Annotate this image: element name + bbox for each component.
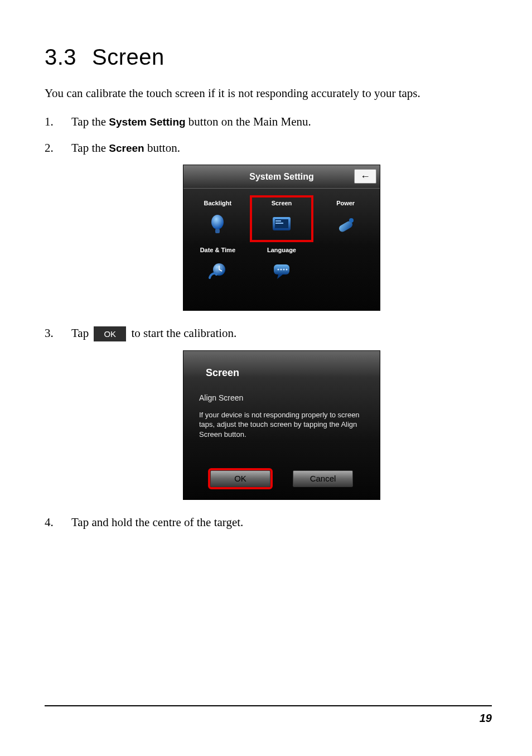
dlg-body: Align Screen If your device is not respo… <box>183 387 380 439</box>
sys-item-empty <box>313 242 378 288</box>
back-arrow-icon: ← <box>360 169 370 185</box>
sys-item-power[interactable]: Power <box>313 195 378 242</box>
inline-ok-button: OK <box>94 326 126 341</box>
sys-item-datetime[interactable]: Date & Time <box>186 242 250 288</box>
bold-system-setting: System Setting <box>109 116 185 128</box>
sys-header: System Setting ← <box>183 165 380 189</box>
sys-item-label: Backlight <box>204 200 232 206</box>
ok-button-label: OK <box>234 472 246 485</box>
screenshot-screen-dialog: Screen Align Screen If your device is no… <box>183 350 380 500</box>
lightbulb-icon <box>205 212 230 238</box>
dlg-description: If your device is not responding properl… <box>199 410 364 440</box>
step-4: Tap and hold the centre of the target. <box>45 513 492 532</box>
page-footer: 19 <box>45 705 492 725</box>
sys-title: System Setting <box>249 170 314 184</box>
page-number: 19 <box>480 712 492 724</box>
clock-icon <box>205 258 230 284</box>
svg-rect-4 <box>275 220 281 221</box>
sys-item-screen[interactable]: Screen <box>250 195 314 242</box>
dlg-subtitle: Align Screen <box>199 392 364 405</box>
step-2: Tap the Screen button. System Setting ← … <box>45 139 492 311</box>
cancel-button[interactable]: Cancel <box>293 470 353 487</box>
svg-rect-5 <box>275 223 283 224</box>
sys-item-label: Language <box>267 247 296 253</box>
sys-item-label: Screen <box>272 200 292 206</box>
intro-text: You can calibrate the touch screen if it… <box>45 85 492 102</box>
section-heading: 3.3Screen <box>45 45 492 70</box>
sys-item-label: Date & Time <box>200 247 235 253</box>
screenshot-system-setting: System Setting ← Backlight Screen <box>183 165 380 311</box>
step-1: Tap the System Setting button on the Mai… <box>45 113 492 131</box>
bold-screen: Screen <box>109 142 144 154</box>
sys-grid: Backlight Screen Power <box>183 189 380 288</box>
sys-item-label: Power <box>336 200 355 206</box>
speech-bubble-icon <box>269 258 294 284</box>
svg-rect-1 <box>215 229 220 233</box>
sys-item-language[interactable]: Language <box>250 242 314 288</box>
svg-point-0 <box>211 215 224 229</box>
screen-icon <box>269 212 294 238</box>
ok-button[interactable]: OK <box>210 470 270 487</box>
back-button[interactable]: ← <box>354 169 376 184</box>
battery-icon <box>333 212 359 238</box>
section-number: 3.3 <box>45 45 76 69</box>
section-title-text: Screen <box>92 45 165 69</box>
svg-point-12 <box>283 268 284 270</box>
svg-point-10 <box>277 268 279 270</box>
svg-point-11 <box>280 268 282 270</box>
svg-point-7 <box>349 218 354 223</box>
step-3: Tap OK to start the calibration. Screen … <box>45 324 492 500</box>
dlg-button-row: OK Cancel <box>183 470 380 487</box>
svg-point-13 <box>286 268 287 270</box>
cancel-button-label: Cancel <box>310 472 336 485</box>
sys-item-backlight[interactable]: Backlight <box>186 195 250 242</box>
dlg-title: Screen <box>183 351 380 387</box>
